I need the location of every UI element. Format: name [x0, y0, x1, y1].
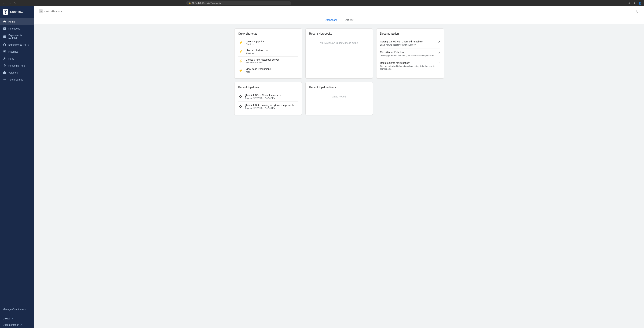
- sidebar-github-link[interactable]: GitHub ↗: [0, 316, 34, 322]
- svg-line-5: [240, 96, 240, 96]
- doc-getting-started-text: Getting started with Charmed Kubeflow Le…: [380, 40, 437, 46]
- app-container: Kubeflow Home Notebooks: [0, 6, 644, 328]
- svg-line-13: [240, 106, 240, 106]
- sidebar-item-experiments-kfp[interactable]: Experiments (KFP): [0, 41, 34, 48]
- extensions-button[interactable]: ❖: [627, 1, 632, 5]
- recurring-runs-icon: [3, 64, 6, 68]
- pipeline-dsl-icon: [238, 94, 243, 99]
- pipeline-item-data-passing[interactable]: [Tutorial] Data passing in python compon…: [238, 102, 298, 112]
- shortcut-view-katib-sub: Katib: [246, 71, 272, 73]
- svg-rect-3: [240, 97, 241, 98]
- shortcut-view-runs-name: View all pipeline runs: [246, 49, 268, 52]
- sidebar-item-label-home: Home: [8, 20, 15, 23]
- sidebar-item-notebooks[interactable]: Notebooks: [0, 25, 34, 32]
- browser-toolbar: ❖ ★ 👤: [627, 1, 642, 5]
- kubeflow-logo-icon: [3, 9, 8, 15]
- recent-notebooks-title: Recent Notebooks: [309, 32, 369, 35]
- quick-shortcuts-title: Quick shortcuts: [238, 32, 298, 35]
- svg-rect-4: [242, 96, 242, 97]
- svg-rect-11: [240, 107, 241, 108]
- sidebar: Kubeflow Home Notebooks: [0, 6, 34, 328]
- documentation-label: Documentation: [3, 324, 19, 326]
- tab-activity[interactable]: Activity: [341, 16, 358, 24]
- svg-line-6: [240, 96, 240, 98]
- bookmark-button[interactable]: ★: [632, 1, 637, 5]
- runs-icon: [3, 57, 6, 60]
- recent-notebooks-card: Recent Notebooks No Notebooks in namespa…: [306, 28, 373, 78]
- sidebar-item-manage-contributors[interactable]: Manage Contributors: [0, 306, 34, 312]
- browser-back-button[interactable]: ←: [2, 1, 6, 5]
- doc-requirements-text: Requirements for Kubeflow Get more detai…: [380, 62, 437, 71]
- shortcut-upload-pipeline[interactable]: ⚡ Upload a pipeline Pipelines: [238, 38, 298, 47]
- shortcut-create-notebook-text: Create a new Notebook server Notebook Se…: [246, 58, 279, 64]
- pipeline-data-passing-icon: [238, 104, 243, 109]
- namespace-role: (Owner): [51, 10, 60, 12]
- sidebar-item-tensorboards[interactable]: Tensorboards: [0, 76, 34, 83]
- sidebar-item-label-recurring-runs: Recurring Runs: [8, 64, 25, 67]
- sidebar-divider-2: [3, 314, 32, 314]
- browser-forward-button[interactable]: →: [8, 1, 12, 5]
- namespace-selector[interactable]: ◇ admin (Owner) ▼: [37, 8, 64, 14]
- shortcut-view-runs-sub: Pipelines: [246, 52, 268, 55]
- main-content: ◇ admin (Owner) ▼ Dashboard Activity Qui…: [34, 6, 644, 328]
- doc-requirements-title: Requirements for Kubeflow: [380, 62, 437, 64]
- shortcut-create-notebook-sub: Notebook Servers: [246, 62, 279, 64]
- shortcut-view-katib[interactable]: ⚡ View Katib Experiments Katib: [238, 66, 298, 75]
- tensorboards-icon: [3, 78, 6, 82]
- logout-button[interactable]: [635, 8, 641, 14]
- sidebar-divider-1: [3, 304, 32, 305]
- namespace-name: admin: [44, 10, 50, 12]
- documentation-ext-icon: ↗: [20, 324, 22, 326]
- sidebar-nav: Home Notebooks Experiments (AutoML): [0, 18, 34, 303]
- browser-chrome: ← → ↻ 🔒 10.64.140.43.nip.io/?ns=admin ❖ …: [0, 0, 644, 6]
- notebooks-icon: [3, 27, 6, 30]
- sidebar-item-label-automl: Experiments (AutoML): [8, 34, 32, 40]
- quick-shortcuts-card: Quick shortcuts ⚡ Upload a pipeline Pipe…: [234, 28, 302, 78]
- pipeline-dsl-text: [Tutorial] DSL - Control structures Crea…: [245, 94, 281, 100]
- recent-pipeline-runs-title: Recent Pipeline Runs: [309, 86, 369, 89]
- sidebar-logo[interactable]: Kubeflow: [0, 6, 34, 18]
- sidebar-item-runs[interactable]: Runs: [0, 55, 34, 62]
- tab-dashboard[interactable]: Dashboard: [320, 16, 341, 24]
- topbar: ◇ admin (Owner) ▼: [34, 6, 644, 16]
- sidebar-item-pipelines[interactable]: Pipelines: [0, 48, 34, 55]
- shortcut-upload-name: Upload a pipeline: [246, 40, 264, 42]
- pipeline-item-dsl[interactable]: [Tutorial] DSL - Control structures Crea…: [238, 92, 298, 102]
- svg-rect-9: [239, 106, 240, 107]
- dashboard-grid: Quick shortcuts ⚡ Upload a pipeline Pipe…: [234, 28, 444, 115]
- svg-line-14: [240, 106, 240, 108]
- doc-item-requirements[interactable]: Requirements for Kubeflow Get more detai…: [380, 60, 440, 73]
- browser-url: 10.64.140.43.nip.io/?ns=admin: [192, 2, 221, 4]
- doc-getting-started-title: Getting started with Charmed Kubeflow: [380, 40, 437, 43]
- shortcut-view-pipeline-runs[interactable]: ⚡ View all pipeline runs Pipelines: [238, 47, 298, 56]
- namespace-icon: ◇: [39, 9, 42, 13]
- doc-microk8s-desc: Quickly get Kubeflow running locally on …: [380, 54, 437, 57]
- recent-pipeline-runs-empty: None Found: [309, 92, 369, 102]
- pipeline-data-passing-meta: Created 3/29/2023, 12:42:40 PM: [245, 107, 294, 109]
- sidebar-item-recurring-runs[interactable]: Recurring Runs: [0, 62, 34, 69]
- doc-requirements-desc: Get more detailed information about usin…: [380, 65, 437, 71]
- sidebar-documentation-link[interactable]: Documentation ↗: [0, 322, 34, 328]
- shortcut-create-notebook-name: Create a new Notebook server: [246, 58, 279, 61]
- sidebar-item-label-pipelines: Pipelines: [8, 50, 18, 53]
- shortcut-view-runs-text: View all pipeline runs Pipelines: [246, 49, 268, 55]
- pipeline-data-passing-name: [Tutorial] Data passing in python compon…: [245, 104, 294, 106]
- sidebar-item-label-notebooks: Notebooks: [8, 27, 20, 30]
- pipelines-icon: [3, 50, 6, 54]
- recent-pipelines-card: Recent Pipelines: [234, 82, 302, 115]
- shortcut-upload-text: Upload a pipeline Pipelines: [246, 40, 264, 46]
- sidebar-item-experiments-automl[interactable]: Experiments (AutoML): [0, 32, 34, 41]
- sidebar-item-volumes[interactable]: Volumes: [0, 69, 34, 76]
- pipeline-dsl-meta: Created 3/29/2023, 12:42:42 PM: [245, 97, 281, 100]
- doc-item-microk8s[interactable]: Microk8s for Kubeflow Quickly get Kubefl…: [380, 49, 440, 60]
- shortcut-create-notebook[interactable]: ⚡ Create a new Notebook server Notebook …: [238, 56, 298, 66]
- browser-address-bar[interactable]: 🔒 10.64.140.43.nip.io/?ns=admin: [186, 1, 291, 6]
- doc-item-getting-started[interactable]: Getting started with Charmed Kubeflow Le…: [380, 38, 440, 49]
- profile-button[interactable]: 👤: [638, 1, 642, 5]
- svg-rect-12: [242, 106, 242, 107]
- github-ext-icon: ↗: [12, 318, 13, 320]
- recent-pipelines-title: Recent Pipelines: [238, 86, 298, 89]
- browser-reload-button[interactable]: ↻: [13, 1, 18, 5]
- sidebar-item-home[interactable]: Home: [0, 18, 34, 25]
- svg-line-8: [241, 96, 242, 98]
